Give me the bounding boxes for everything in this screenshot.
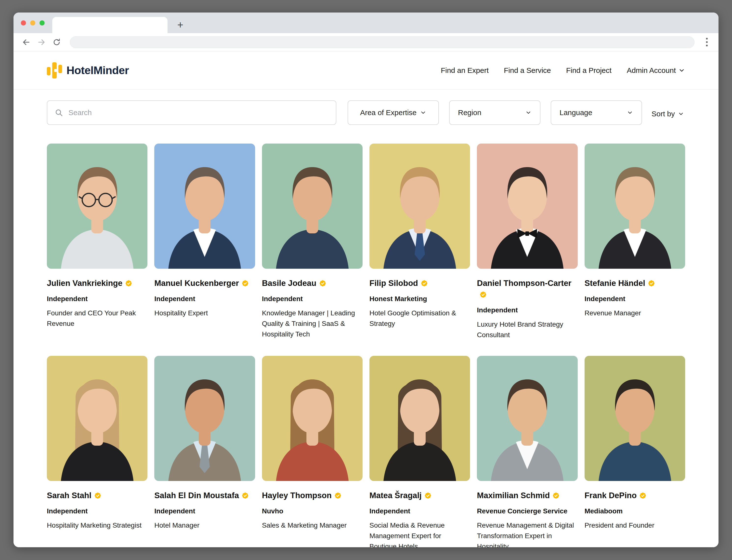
expert-card[interactable]: Maximilian Schmid Revenue Concierge Serv… xyxy=(477,356,577,547)
expert-company: Independent xyxy=(262,294,363,304)
verified-badge-icon xyxy=(241,491,249,502)
expert-photo[interactable] xyxy=(47,356,147,481)
expert-photo[interactable] xyxy=(477,144,577,269)
expert-description: President and Founder xyxy=(585,520,685,531)
expert-description: Hospitality Expert xyxy=(154,308,255,318)
expert-name-row: Matea Šragalj xyxy=(369,490,470,502)
nav-find-an-expert[interactable]: Find an Expert xyxy=(441,66,489,75)
verified-badge-icon xyxy=(420,279,428,290)
maximize-window-icon[interactable] xyxy=(40,20,45,26)
reload-icon xyxy=(53,38,61,46)
forward-button[interactable] xyxy=(35,36,48,49)
sort-by-control[interactable]: Sort by xyxy=(652,110,685,118)
nav-admin-account[interactable]: Admin Account xyxy=(627,66,685,75)
expert-company: Nuvho xyxy=(262,506,363,516)
verified-badge-icon xyxy=(241,279,249,290)
expert-photo[interactable] xyxy=(47,144,147,269)
hotelminder-logo-icon xyxy=(47,62,62,79)
expert-name: Maximilian Schmid xyxy=(477,491,550,500)
expert-photo[interactable] xyxy=(262,144,363,269)
expert-photo[interactable] xyxy=(585,144,685,269)
expert-photo[interactable] xyxy=(369,356,470,481)
brand-logo[interactable]: HotelMinder xyxy=(47,62,129,79)
verified-badge-icon xyxy=(424,491,432,502)
area-of-expertise-dropdown[interactable]: Area of Expertise xyxy=(348,100,439,125)
browser-window: + HotelMinder Find an Expert xyxy=(13,13,719,547)
expert-name: Salah El Din Moustafa xyxy=(154,491,239,500)
expert-name-row: Daniel Thompson-Carter xyxy=(477,278,577,301)
verified-badge-icon xyxy=(125,279,133,290)
chevron-down-icon xyxy=(678,67,685,74)
chevron-down-icon xyxy=(627,109,633,116)
expert-company: Independent xyxy=(154,294,255,304)
expert-card[interactable]: Salah El Din Moustafa Independent Hotel … xyxy=(154,356,255,547)
verified-badge-icon xyxy=(319,279,327,290)
forward-arrow-icon xyxy=(37,38,46,46)
expert-card[interactable]: Stefanie Händel Independent Revenue Mana… xyxy=(585,144,685,340)
expert-card[interactable]: Daniel Thompson-Carter Independent Luxur… xyxy=(477,144,577,340)
expert-company: Independent xyxy=(154,506,255,516)
traffic-lights[interactable] xyxy=(21,20,45,26)
chevron-down-icon xyxy=(420,109,426,116)
search-input[interactable] xyxy=(68,108,329,117)
search-icon xyxy=(55,108,63,117)
expert-photo[interactable] xyxy=(154,356,255,481)
expert-name-row: Julien Vankriekinge xyxy=(47,278,147,290)
main-content: Area of Expertise Region Language xyxy=(13,90,719,547)
expert-description: Revenue Manager xyxy=(585,308,685,318)
back-button[interactable] xyxy=(20,36,33,49)
chevron-down-icon xyxy=(525,109,531,116)
reload-button[interactable] xyxy=(50,36,63,49)
expert-photo[interactable] xyxy=(262,356,363,481)
verified-badge-icon xyxy=(648,279,655,290)
expert-name: Julien Vankriekinge xyxy=(47,279,122,288)
expert-name-row: Salah El Din Moustafa xyxy=(154,490,255,502)
url-bar[interactable] xyxy=(70,36,694,48)
expert-card[interactable]: Matea Šragalj Independent Social Media &… xyxy=(369,356,470,547)
search-box[interactable] xyxy=(47,100,336,125)
expert-photo[interactable] xyxy=(154,144,255,269)
expert-name: Stefanie Händel xyxy=(585,279,645,288)
language-dropdown[interactable]: Language xyxy=(551,100,642,125)
expert-name: Matea Šragalj xyxy=(369,491,422,500)
expert-photo[interactable] xyxy=(585,356,685,481)
browser-menu-button[interactable] xyxy=(701,36,712,49)
region-dropdown[interactable]: Region xyxy=(449,100,540,125)
expert-card[interactable]: Filip Silobod Honest Marketing Hotel Goo… xyxy=(369,144,470,340)
expert-photo[interactable] xyxy=(477,356,577,481)
expert-photo[interactable] xyxy=(369,144,470,269)
expert-name: Sarah Stahl xyxy=(47,491,92,500)
expert-description: Social Media & Revenue Management Expert… xyxy=(369,520,470,547)
expert-card[interactable]: Frank DePino Mediaboom President and Fou… xyxy=(585,356,685,547)
expert-name-row: Manuel Kuckenberger xyxy=(154,278,255,290)
filter-row: Area of Expertise Region Language xyxy=(47,100,685,125)
expert-name: Daniel Thompson-Carter xyxy=(477,279,571,288)
expert-card[interactable]: Julien Vankriekinge Independent Founder … xyxy=(47,144,147,340)
expert-card[interactable]: Sarah Stahl Independent Hospitality Mark… xyxy=(47,356,147,547)
browser-tab[interactable] xyxy=(52,17,168,33)
expert-card[interactable]: Hayley Thompson Nuvho Sales & Marketing … xyxy=(262,356,363,547)
verified-badge-icon xyxy=(552,491,560,502)
expert-description: Knowledge Manager | Leading Quality & Tr… xyxy=(262,308,363,339)
page: HotelMinder Find an Expert Find a Servic… xyxy=(13,51,719,547)
verified-badge-icon xyxy=(479,290,487,301)
nav-find-a-service[interactable]: Find a Service xyxy=(504,66,551,75)
expert-name: Frank DePino xyxy=(585,491,637,500)
expert-name: Basile Jodeau xyxy=(262,279,317,288)
nav-find-a-project[interactable]: Find a Project xyxy=(566,66,611,75)
expert-company: Mediaboom xyxy=(585,506,685,516)
browser-toolbar xyxy=(13,33,719,51)
close-window-icon[interactable] xyxy=(21,20,26,26)
chevron-down-icon xyxy=(678,111,684,117)
expert-name-row: Sarah Stahl xyxy=(47,490,147,502)
new-tab-button[interactable]: + xyxy=(174,18,187,32)
expert-name-row: Maximilian Schmid xyxy=(477,490,577,502)
expert-name-row: Stefanie Händel xyxy=(585,278,685,290)
expert-card[interactable]: Basile Jodeau Independent Knowledge Mana… xyxy=(262,144,363,340)
expert-name-row: Basile Jodeau xyxy=(262,278,363,290)
expert-description: Hospitality Marketing Strategist xyxy=(47,520,147,531)
expert-card[interactable]: Manuel Kuckenberger Independent Hospital… xyxy=(154,144,255,340)
verified-badge-icon xyxy=(334,491,342,502)
minimize-window-icon[interactable] xyxy=(30,20,35,26)
experts-grid: Julien Vankriekinge Independent Founder … xyxy=(47,144,685,547)
